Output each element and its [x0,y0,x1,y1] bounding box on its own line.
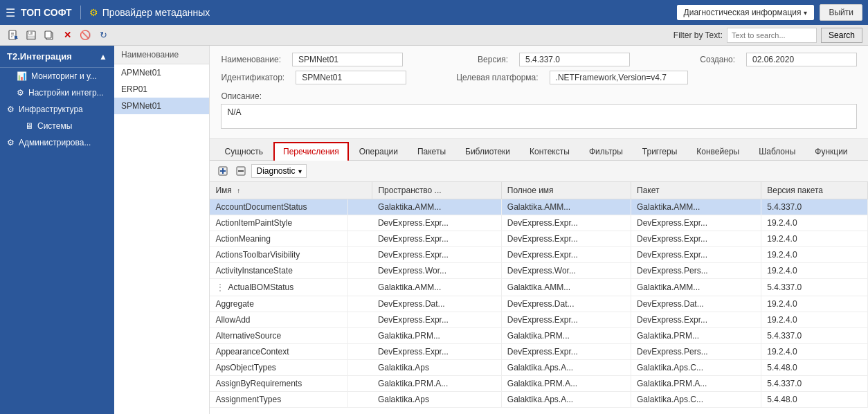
col-name[interactable]: Имя ↑ [210,182,372,199]
panels: Наименование APMNet01 ERP01 SPMNet01 Наи… [114,46,868,414]
diagnostic-button[interactable]: Диагностическая информация ▾ [677,5,815,20]
id-value: SPMNet01 [296,71,406,84]
table-row[interactable]: ActionsToolbarVisibilityDevExpress.Expr.… [210,247,867,263]
tab-entity[interactable]: Сущность [215,143,272,160]
table-cell: 19.2.4.0 [761,247,868,263]
drag-cell: Aggregate [210,296,348,312]
tab-contexts[interactable]: Контексты [521,143,579,160]
sidebar-item-monitoring[interactable]: 📊 Мониторинг и у... [0,68,114,84]
tab-templates[interactable]: Шаблоны [750,143,804,160]
table-cell: 5.4.337.0 [761,199,868,215]
table-row[interactable]: ActionMeaningDevExpress.Expr...DevExpres… [210,231,867,247]
sidebar-collapse-icon[interactable]: ▲ [99,52,107,62]
drag-handle[interactable]: ⋮ [215,282,225,293]
new-button[interactable] [6,28,21,43]
tab-functions[interactable]: Функции [806,143,856,160]
table-cell: DevExpress.Expr... [372,231,501,247]
table-cell: 19.2.4.0 [761,215,868,231]
sidebar-item-label: Настройки интегр... [28,88,104,98]
page-title-text: Провайдер метаданных [102,7,210,18]
filter-label: Filter by Text: [673,30,723,40]
menu-icon[interactable]: ☰ [6,6,15,19]
search-button[interactable]: Search [821,28,862,43]
drag-cell: AppearanceContext [210,344,348,359]
exit-button[interactable]: Выйти [820,4,862,21]
search-input[interactable] [727,28,817,43]
diagnostic-label: Diagnostic [256,166,295,176]
table-row[interactable]: ActionItemPaintStyleDevExpress.Expr...De… [210,215,867,231]
left-panel-list: APMNet01 ERP01 SPMNet01 [114,64,209,414]
svg-rect-5 [15,36,17,39]
table-cell: Galaktika.Aps [372,392,501,408]
tab-filters[interactable]: Фильтры [580,143,632,160]
id-label: Идентификатор: [221,73,284,82]
svg-rect-11 [45,31,51,38]
desc-label: Описание: [221,91,857,101]
cell-name: AllowAdd [215,315,250,325]
col-version[interactable]: Версия пакета [761,182,868,199]
table-cell: Galaktika.AMM... [631,279,761,296]
table-row[interactable]: AccountDocumentStatusGalaktika.AMM...Gal… [210,199,867,215]
tab-triggers[interactable]: Триггеры [633,143,687,160]
sidebar-item-settings[interactable]: ⚙ Настройки интегр... [0,84,114,101]
refresh-button[interactable]: ↻ [96,28,111,43]
table-row[interactable]: ApsObjectTypesGalaktika.ApsGalaktika.Aps… [210,360,867,376]
content-area: Наименование APMNet01 ERP01 SPMNet01 Наи… [114,46,868,414]
cancel-button[interactable]: 🚫 [78,28,93,43]
tab-enumerations[interactable]: Перечисления [273,142,349,161]
table-cell: DevExpress.Expr... [501,344,631,360]
table-delete-button[interactable] [233,163,248,179]
table-add-button[interactable] [215,163,230,179]
drag-cell: AlternativeSource [210,328,348,343]
sidebar-item-admin[interactable]: ⚙ Администрирова... [0,134,114,151]
tab-conveyors[interactable]: Конвейеры [687,143,748,160]
desc-value: N/A [221,104,857,129]
sidebar-item-label: Системы [37,121,72,131]
table-cell: 5.4.337.0 [761,376,868,392]
table-container: Имя ↑ Пространство ... Полное имя Пакет … [210,182,868,414]
sidebar: Т2.Интеграция ▲ 📊 Мониторинг и у... ⚙ На… [0,46,114,414]
table-row[interactable]: AggregateDevExpress.Dat...DevExpress.Dat… [210,296,867,312]
infra-icon: ⚙ [7,105,15,114]
sidebar-header: Т2.Интеграция ▲ [0,46,114,68]
table-row[interactable]: ⋮ActualBOMStatusGalaktika.AMM...Galaktik… [210,279,867,296]
app-logo: ТОП СОФТ [21,7,72,18]
col-fullname[interactable]: Полное имя [501,182,631,199]
copy-button[interactable] [42,28,57,43]
col-namespace[interactable]: Пространство ... [372,182,501,199]
table-row[interactable]: AllowAddDevExpress.Expr...DevExpress.Exp… [210,312,867,328]
list-item-spmnet01[interactable]: SPMNet01 [114,98,209,114]
table-cell: DevExpress.Pers... [631,344,761,360]
tab-packages[interactable]: Пакеты [408,143,455,160]
diagnostic-arrow-icon: ▾ [298,168,302,175]
save-button[interactable] [24,28,39,43]
table-cell: 5.4.48.0 [761,360,868,376]
table-cell: Galaktika.AMM... [501,279,631,296]
left-panel: Наименование APMNet01 ERP01 SPMNet01 [114,46,210,414]
tab-libraries[interactable]: Библиотеки [456,143,519,160]
table-cell: DevExpress.Expr... [631,312,761,328]
table-row[interactable]: AppearanceContextDevExpress.Expr...DevEx… [210,344,867,360]
table-cell: 19.2.4.0 [761,263,868,279]
table-cell: Galaktika.PRM.A... [501,376,631,392]
list-item-apmnet01[interactable]: APMNet01 [114,64,209,81]
diagnostic-dropdown[interactable]: Diagnostic ▾ [251,164,306,178]
sidebar-item-infrastructure[interactable]: ⚙ Инфраструктура [0,101,114,118]
cell-name: ActualBOMStatus [228,282,293,292]
col-package[interactable]: Пакет [631,182,761,199]
table-row[interactable]: AlternativeSourceGalaktika.PRM...Galakti… [210,328,867,344]
table-row[interactable]: ActivityInstanceStateDevExpress.Wor...De… [210,263,867,279]
table-cell: 19.2.4.0 [761,231,868,247]
table-cell: 19.2.4.0 [761,296,868,312]
table-cell: Galaktika.PRM... [501,328,631,344]
description-section: Описание: N/A [221,89,857,132]
table-row[interactable]: AssignmentTypesGalaktika.ApsGalaktika.Ap… [210,392,867,408]
delete-button[interactable]: ✕ [60,28,75,43]
sidebar-item-systems[interactable]: 🖥 Системы [0,118,114,134]
table-cell: Galaktika.PRM... [372,328,501,344]
table-cell: DevExpress.Dat... [631,296,761,312]
table-row[interactable]: AssignByRequirementsGalaktika.PRM.A...Ga… [210,376,867,392]
tab-operations[interactable]: Операции [350,143,407,160]
drag-cell: AssignByRequirements [210,376,348,391]
list-item-erp01[interactable]: ERP01 [114,81,209,98]
